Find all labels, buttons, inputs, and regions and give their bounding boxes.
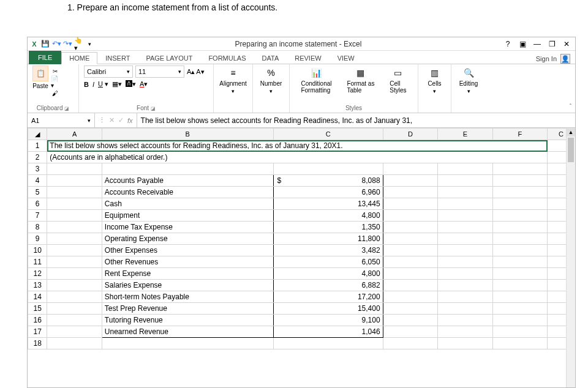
font-color-button[interactable]: A▾ — [140, 80, 148, 88]
formula-bar[interactable]: The list below shows select accounts for… — [137, 113, 575, 127]
cell-B9[interactable]: Operating Expense — [102, 233, 273, 245]
minimize-button[interactable]: — — [532, 39, 542, 49]
sign-in-link[interactable]: Sign In — [536, 55, 557, 62]
cell-B7[interactable]: Equipment — [102, 210, 273, 222]
cell-A2[interactable]: (Accounts are in alphabetical order.) — [47, 152, 548, 163]
cell-E10[interactable] — [438, 245, 493, 256]
cell-D10[interactable] — [383, 245, 438, 256]
touch-mode-icon[interactable]: 👆▾ — [74, 40, 83, 48]
close-button[interactable]: ✕ — [562, 39, 571, 49]
cell-B10[interactable]: Other Expenses — [102, 245, 273, 256]
cell-F7[interactable] — [492, 210, 548, 222]
cell-B5[interactable]: Accounts Receivable — [102, 187, 273, 198]
select-all-cell[interactable]: ◢ — [28, 129, 47, 140]
tab-view[interactable]: VIEW — [330, 52, 363, 64]
cell-B16[interactable]: Tutoring Revenue — [102, 315, 273, 326]
col-header-B[interactable]: B — [102, 129, 273, 140]
worksheet-grid[interactable]: ◢ A B C D E F C 1The list below shows se… — [28, 128, 575, 387]
cell-A10[interactable] — [47, 245, 102, 256]
cell-C13[interactable]: 6,882 — [273, 280, 383, 291]
enter-entry-icon[interactable]: ✓ — [118, 116, 124, 124]
cell-C5[interactable]: 6,960 — [273, 187, 383, 198]
cell-C7[interactable]: 4,800 — [273, 210, 383, 222]
row-header-16[interactable]: 16 — [28, 315, 47, 326]
tab-page-layout[interactable]: PAGE LAYOUT — [138, 52, 200, 64]
italic-button[interactable]: I — [92, 81, 94, 88]
redo-icon[interactable]: ↷▾ — [63, 40, 72, 48]
copy-icon[interactable]: 📄▾ — [51, 78, 59, 86]
cell-B4[interactable]: Accounts Payable — [102, 175, 273, 187]
editing-button[interactable]: 🔍 Editing ▾ — [456, 65, 481, 95]
qat-customize-icon[interactable]: ▾ — [85, 40, 94, 48]
underline-button[interactable]: U ▾ — [98, 80, 108, 88]
cell-C6[interactable]: 13,445 — [273, 198, 383, 210]
row-header-10[interactable]: 10 — [28, 245, 47, 256]
row-header-15[interactable]: 15 — [28, 303, 47, 315]
restore-button[interactable]: ❐ — [547, 39, 557, 49]
cell-E11[interactable] — [438, 256, 493, 268]
name-box[interactable]: A1▾ — [28, 113, 95, 127]
cell-F16[interactable] — [492, 315, 548, 326]
cell-D7[interactable] — [383, 210, 438, 222]
dialog-launcher-icon[interactable]: ◪ — [64, 106, 69, 111]
row-header-4[interactable]: 4 — [28, 175, 47, 187]
col-header-F[interactable]: F — [492, 129, 548, 140]
cell-E14[interactable] — [438, 291, 493, 303]
cell-E15[interactable] — [438, 303, 493, 315]
cell-F15[interactable] — [492, 303, 548, 315]
fx-icon[interactable]: fx — [127, 117, 133, 124]
cell-A8[interactable] — [47, 222, 102, 233]
row-header-12[interactable]: 12 — [28, 268, 47, 280]
fill-color-button[interactable]: 🅰▾ — [126, 80, 136, 88]
row-header-3[interactable]: 3 — [28, 163, 47, 175]
cancel-entry-icon[interactable]: ✕ — [109, 116, 115, 124]
cell-A5[interactable] — [47, 187, 102, 198]
cell-D15[interactable] — [383, 303, 438, 315]
cell-E7[interactable] — [438, 210, 493, 222]
cell-C9[interactable]: 11,800 — [273, 233, 383, 245]
vertical-scrollbar[interactable]: ▲ — [566, 128, 575, 387]
tab-home[interactable]: HOME — [61, 52, 97, 64]
paste-button[interactable]: 📋 — [32, 65, 48, 81]
row-header-17[interactable]: 17 — [28, 326, 47, 338]
cell-E16[interactable] — [438, 315, 493, 326]
cell-B14[interactable]: Short-term Notes Payable — [102, 291, 273, 303]
font-name-select[interactable]: Calibri▾ — [84, 65, 133, 78]
cell-D5[interactable] — [383, 187, 438, 198]
tab-data[interactable]: DATA — [254, 52, 287, 64]
col-header-A[interactable]: A — [47, 129, 102, 140]
collapse-ribbon-icon[interactable]: ˆ — [570, 103, 571, 110]
cell-B15[interactable]: Test Prep Revenue — [102, 303, 273, 315]
cells-button[interactable]: ▥ Cells ▾ — [423, 65, 446, 95]
cell-E9[interactable] — [438, 233, 493, 245]
cell-D12[interactable] — [383, 268, 438, 280]
user-avatar-icon[interactable]: 👤 — [560, 54, 570, 64]
cell-F4[interactable] — [492, 175, 548, 187]
cell-A17[interactable] — [47, 326, 102, 338]
cell-A9[interactable] — [47, 233, 102, 245]
format-painter-icon[interactable]: 🖌 — [51, 89, 59, 97]
cell-E8[interactable] — [438, 222, 493, 233]
cell-C15[interactable]: 15,400 — [273, 303, 383, 315]
cell-D17[interactable] — [383, 326, 438, 338]
cell-B11[interactable]: Other Revenues — [102, 256, 273, 268]
increase-font-icon[interactable]: A▴ — [187, 68, 195, 76]
cell-D11[interactable] — [383, 256, 438, 268]
row-header-14[interactable]: 14 — [28, 291, 47, 303]
cell-B17[interactable]: Unearned Revenue — [102, 326, 273, 338]
tab-review[interactable]: REVIEW — [287, 52, 329, 64]
cell-B13[interactable]: Salaries Expense — [102, 280, 273, 291]
font-size-select[interactable]: 11▾ — [135, 65, 184, 78]
cell-F10[interactable] — [492, 245, 548, 256]
cell-F9[interactable] — [492, 233, 548, 245]
cell-A15[interactable] — [47, 303, 102, 315]
row-header-2[interactable]: 2 — [28, 152, 47, 163]
row-header-9[interactable]: 9 — [28, 233, 47, 245]
undo-icon[interactable]: ↶▾ — [52, 40, 61, 48]
cell-D8[interactable] — [383, 222, 438, 233]
cell-D13[interactable] — [383, 280, 438, 291]
cell-C12[interactable]: 4,800 — [273, 268, 383, 280]
cell-D4[interactable] — [383, 175, 438, 187]
cell-D14[interactable] — [383, 291, 438, 303]
help-button[interactable]: ? — [503, 39, 513, 49]
